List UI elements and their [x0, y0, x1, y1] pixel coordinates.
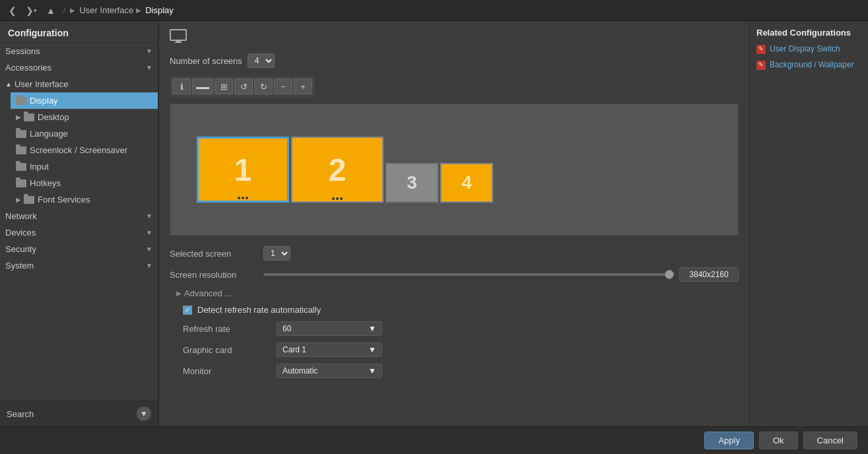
sidebar-security-arrow: ▼ — [146, 245, 152, 253]
content-area: Number of screens 4 1 2 3 ℹ ▬▬ ⊞ ↺ ↻ − + — [159, 21, 749, 426]
sidebar-item-desktop[interactable]: ▶ Desktop — [11, 109, 158, 125]
zoom-out-button[interactable]: − — [274, 79, 292, 94]
back-button[interactable]: ❮ — [5, 4, 20, 17]
desktop-arrow: ▶ — [16, 113, 21, 121]
advanced-toggle[interactable]: ▶ Advanced ... — [170, 288, 739, 298]
cancel-button[interactable]: Cancel — [803, 432, 857, 449]
forward-button[interactable]: ❯ ▾ — [22, 4, 40, 17]
sidebar-sessions-arrow: ▼ — [146, 48, 152, 55]
graphic-card-label: Graphic card — [183, 345, 269, 355]
sidebar-network-arrow: ▼ — [146, 212, 152, 220]
breadcrumb-user-interface[interactable]: ▶ User Interface — [70, 5, 133, 15]
graphic-card-value: Card 1 — [283, 345, 306, 354]
related-item-user-display-switch[interactable]: ✎ User Display Switch — [756, 44, 861, 55]
info-button[interactable]: ℹ — [172, 79, 191, 94]
refresh-rate-arrow-icon: ▼ — [368, 324, 376, 333]
graphic-card-row: Graphic card Card 1 ▼ — [170, 342, 739, 357]
language-folder-icon — [16, 130, 26, 138]
hotkeys-folder-icon — [16, 179, 26, 187]
related-icon-user-display: ✎ — [756, 45, 766, 54]
sidebar-item-system[interactable]: System ▼ — [0, 257, 158, 274]
monitor-label: Monitor — [183, 366, 269, 376]
screen-2-dots — [332, 197, 343, 200]
search-bar[interactable]: Search ▼ — [0, 401, 158, 426]
sidebar-accessories-label: Accessories — [5, 63, 146, 73]
sidebar-item-sessions[interactable]: Sessions ▼ — [0, 43, 158, 59]
rotate-right-button[interactable]: ↻ — [254, 79, 273, 94]
search-label: Search — [7, 409, 34, 419]
display-svg-icon — [170, 29, 187, 44]
breadcrumb-arrow-ui: ▶ — [70, 7, 75, 14]
selected-screen-select[interactable]: 1 2 3 4 — [263, 246, 290, 261]
sidebar-screenlock-label: Screenlock / Screensaver — [30, 145, 152, 155]
layout-grid-button[interactable]: ⊞ — [215, 79, 233, 94]
screen-3-label: 3 — [407, 172, 417, 193]
graphic-card-control: Card 1 ▼ — [277, 342, 739, 357]
input-folder-icon — [16, 163, 26, 171]
sidebar-ui-label: User Interface — [15, 79, 152, 89]
sidebar-sessions-label: Sessions — [5, 46, 146, 56]
related-title: Related Configurations — [756, 28, 861, 38]
screen-2[interactable]: 2 — [291, 137, 384, 203]
sidebar-item-network[interactable]: Network ▼ — [0, 208, 158, 224]
sidebar-item-security[interactable]: Security ▼ — [0, 241, 158, 257]
zoom-in-button[interactable]: + — [294, 79, 312, 94]
related-label-wallpaper: Background / Wallpaper — [770, 60, 854, 71]
resolution-control: 3840x2160 — [263, 267, 739, 282]
related-item-background-wallpaper[interactable]: ✎ Background / Wallpaper — [756, 60, 861, 71]
ui-expand-arrow: ▲ — [5, 81, 12, 88]
rotate-left-button[interactable]: ↺ — [234, 79, 253, 94]
detect-refresh-row: Detect refresh rate automatically — [170, 305, 739, 315]
sidebar-devices-arrow: ▼ — [146, 229, 152, 236]
sidebar-item-devices[interactable]: Devices ▼ — [0, 224, 158, 241]
sidebar-item-input[interactable]: Input — [11, 158, 158, 175]
sidebar-item-hotkeys[interactable]: Hotkeys — [11, 175, 158, 191]
screen-4-label: 4 — [461, 172, 472, 193]
related-icon-wallpaper: ✎ — [756, 61, 766, 70]
sidebar-devices-label: Devices — [5, 228, 146, 238]
ok-button[interactable]: Ok — [759, 432, 798, 449]
sidebar-item-language[interactable]: Language — [11, 125, 158, 142]
detect-refresh-checkbox[interactable] — [183, 306, 192, 315]
breadcrumb-ui-label: User Interface — [79, 5, 133, 15]
up-button[interactable]: ▲ — [43, 4, 59, 17]
sidebar-security-label: Security — [5, 244, 146, 254]
layout-h-button[interactable]: ▬▬ — [192, 79, 213, 94]
screen-preview-area: 1 2 3 — [170, 104, 739, 236]
screen-1-dots — [238, 197, 248, 199]
sidebar-item-accessories[interactable]: Accessories ▼ — [0, 59, 158, 76]
main-layout: Configuration Sessions ▼ Accessories ▼ ▲… — [0, 21, 868, 426]
breadcrumb-root-sep: / — [63, 5, 66, 15]
apply-button[interactable]: Apply — [704, 432, 754, 449]
num-screens-label: Number of screens — [170, 56, 242, 66]
breadcrumb-display[interactable]: ▶ Display — [136, 5, 174, 15]
svg-rect-2 — [174, 42, 182, 43]
resolution-slider[interactable] — [263, 273, 674, 276]
sidebar-font-label: Font Services — [38, 195, 152, 205]
screen-1[interactable]: 1 — [197, 137, 289, 203]
screen-4[interactable]: 4 — [440, 163, 493, 203]
resolution-row: Screen resolution 3840x2160 — [170, 267, 739, 282]
monitor-row: Monitor Automatic ▼ — [170, 364, 739, 378]
monitor-select[interactable]: Automatic ▼ — [277, 364, 382, 378]
selected-screen-row: Selected screen 1 2 3 4 — [170, 246, 739, 261]
breadcrumb-display-label: Display — [145, 5, 174, 15]
refresh-rate-select[interactable]: 60 ▼ — [277, 321, 382, 336]
svg-rect-1 — [176, 41, 181, 42]
sidebar-item-screenlock[interactable]: Screenlock / Screensaver — [11, 142, 158, 158]
num-screens-select[interactable]: 4 1 2 3 — [248, 53, 275, 68]
sidebar-item-display[interactable]: Display — [11, 92, 158, 109]
graphic-card-select[interactable]: Card 1 ▼ — [277, 342, 382, 357]
refresh-rate-control: 60 ▼ — [277, 321, 739, 336]
search-toggle-button[interactable]: ▼ — [137, 406, 151, 421]
svg-rect-0 — [170, 30, 186, 40]
selected-screen-control: 1 2 3 4 — [263, 246, 739, 261]
sidebar-item-font-services[interactable]: ▶ Font Services — [11, 191, 158, 208]
screens-container: 1 2 3 — [184, 117, 506, 222]
selected-screen-label: Selected screen — [170, 249, 255, 259]
font-folder-icon — [24, 196, 34, 204]
desktop-folder-icon — [24, 113, 34, 121]
display-toolbar: ℹ ▬▬ ⊞ ↺ ↻ − + — [170, 76, 315, 97]
sidebar-item-user-interface[interactable]: ▲ User Interface — [0, 76, 158, 92]
screen-3[interactable]: 3 — [385, 163, 438, 203]
